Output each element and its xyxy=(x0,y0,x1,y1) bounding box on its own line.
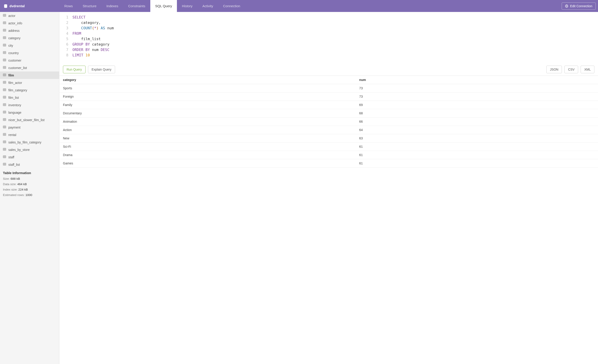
sidebar-table-language[interactable]: language xyxy=(0,109,59,116)
sidebar-table-city[interactable]: city xyxy=(0,42,59,49)
sidebar-table-category[interactable]: category xyxy=(0,34,59,42)
sidebar-table-film[interactable]: film xyxy=(0,72,59,79)
table-cell: Animation xyxy=(59,118,356,126)
editor-line[interactable]: 8LIMIT 10 xyxy=(63,53,594,58)
tab-history[interactable]: History xyxy=(177,0,198,12)
sidebar-table-actor[interactable]: actor xyxy=(0,12,59,19)
sidebar-table-staff_list[interactable]: staff_list xyxy=(0,161,59,168)
table-icon xyxy=(3,58,6,62)
sidebar-table-inventory[interactable]: inventory xyxy=(0,101,59,109)
brand-label: dvdrental xyxy=(9,4,25,8)
table-row[interactable]: Animation66 xyxy=(59,118,598,126)
csv-export-button[interactable]: CSV xyxy=(564,66,578,73)
sidebar-table-film_category[interactable]: film_category xyxy=(0,86,59,94)
code[interactable]: GROUP BY category xyxy=(72,42,109,47)
sidebar-table-country[interactable]: country xyxy=(0,49,59,57)
table-row[interactable]: Sci-Fi61 xyxy=(59,143,598,151)
table-cell: 61 xyxy=(356,143,598,151)
sidebar-table-film_list[interactable]: film_list xyxy=(0,94,59,101)
tab-connection[interactable]: Connection xyxy=(218,0,245,12)
table-icon xyxy=(3,148,6,152)
table-row[interactable]: Drama61 xyxy=(59,151,598,159)
column-header-num[interactable]: num xyxy=(356,76,598,84)
table-icon xyxy=(3,163,6,166)
editor-line[interactable]: 7ORDER BY num DESC xyxy=(63,47,594,53)
svg-rect-9 xyxy=(3,22,6,24)
table-label: staff xyxy=(8,155,14,159)
table-row[interactable]: New63 xyxy=(59,134,598,143)
table-icon xyxy=(3,103,6,107)
table-row[interactable]: Documentary68 xyxy=(59,109,598,118)
line-number: 1 xyxy=(63,15,68,20)
sidebar-table-sales_by_film_category[interactable]: sales_by_film_category xyxy=(0,138,59,146)
svg-rect-39 xyxy=(3,66,6,69)
table-icon xyxy=(3,118,6,122)
line-number: 6 xyxy=(63,42,68,47)
edit-connection-button[interactable]: Edit Connection xyxy=(562,2,596,10)
tab-structure[interactable]: Structure xyxy=(78,0,101,12)
table-label: language xyxy=(8,111,21,114)
sidebar-table-actor_info[interactable]: actor_info xyxy=(0,19,59,27)
sidebar-table-customer[interactable]: customer xyxy=(0,57,59,64)
sidebar-table-payment[interactable]: payment xyxy=(0,124,59,131)
column-header-category[interactable]: category xyxy=(59,76,356,84)
code[interactable]: ORDER BY num DESC xyxy=(72,47,109,53)
svg-rect-54 xyxy=(3,89,6,91)
table-label: customer xyxy=(8,59,21,62)
table-info-row: Size: 688 kB xyxy=(3,177,56,180)
table-row[interactable]: Action64 xyxy=(59,126,598,134)
tab-activity[interactable]: Activity xyxy=(198,0,218,12)
code[interactable]: COUNT(*) AS num xyxy=(72,25,114,31)
table-cell: 63 xyxy=(356,134,598,143)
editor-line[interactable]: 3 COUNT(*) AS num xyxy=(63,25,594,31)
globe-icon xyxy=(565,5,568,8)
sql-editor[interactable]: 1SELECT2 category,3 COUNT(*) AS num4FROM… xyxy=(59,12,598,63)
table-row[interactable]: Sports73 xyxy=(59,84,598,92)
editor-line[interactable]: 5 film_list xyxy=(63,36,594,42)
table-icon xyxy=(3,125,6,129)
table-label: inventory xyxy=(8,103,21,107)
sidebar-table-customer_list[interactable]: customer_list xyxy=(0,64,59,72)
code[interactable]: film_list xyxy=(72,36,101,42)
table-row[interactable]: Games61 xyxy=(59,159,598,168)
tab-indexes[interactable]: Indexes xyxy=(101,0,123,12)
sidebar-table-staff[interactable]: staff xyxy=(0,153,59,161)
table-label: category xyxy=(8,36,21,40)
sidebar-table-film_actor[interactable]: film_actor xyxy=(0,79,59,86)
svg-rect-69 xyxy=(3,111,6,113)
table-label: rental xyxy=(8,133,16,137)
explain-query-button[interactable]: Explain Query xyxy=(88,66,115,73)
table-icon xyxy=(3,96,6,99)
table-row[interactable]: Family69 xyxy=(59,101,598,109)
code[interactable]: category, xyxy=(72,20,101,25)
sidebar-table-sales_by_store[interactable]: sales_by_store xyxy=(0,146,59,153)
tab-sql-query[interactable]: SQL Query xyxy=(150,0,177,12)
json-export-button[interactable]: JSON xyxy=(546,66,562,73)
editor-line[interactable]: 1SELECT xyxy=(63,15,594,20)
table-label: film xyxy=(8,73,14,77)
sidebar-table-nicer_but_slower_film_list[interactable]: nicer_but_slower_film_list xyxy=(0,116,59,124)
table-icon xyxy=(3,21,6,25)
xml-export-button[interactable]: XML xyxy=(581,66,594,73)
line-number: 2 xyxy=(63,20,68,25)
tab-rows[interactable]: Rows xyxy=(59,0,78,12)
table-label: nicer_but_slower_film_list xyxy=(8,118,44,122)
code[interactable]: SELECT xyxy=(72,15,85,20)
code[interactable]: LIMIT 10 xyxy=(72,53,90,58)
code[interactable]: FROM xyxy=(72,31,81,36)
sidebar-table-rental[interactable]: rental xyxy=(0,131,59,138)
editor-line[interactable]: 6GROUP BY category xyxy=(63,42,594,47)
table-row[interactable]: Foreign73 xyxy=(59,92,598,101)
svg-rect-24 xyxy=(3,44,6,47)
editor-line[interactable]: 2 category, xyxy=(63,20,594,25)
table-label: staff_list xyxy=(8,163,20,166)
sidebar-table-address[interactable]: address xyxy=(0,27,59,34)
tab-constraints[interactable]: Constraints xyxy=(123,0,150,12)
table-icon xyxy=(3,133,6,137)
table-cell: Sci-Fi xyxy=(59,143,356,151)
brand[interactable]: dvdrental xyxy=(0,4,59,8)
run-query-button[interactable]: Run Query xyxy=(63,66,85,73)
editor-line[interactable]: 4FROM xyxy=(63,31,594,36)
line-number: 7 xyxy=(63,47,68,53)
table-cell: Documentary xyxy=(59,109,356,118)
